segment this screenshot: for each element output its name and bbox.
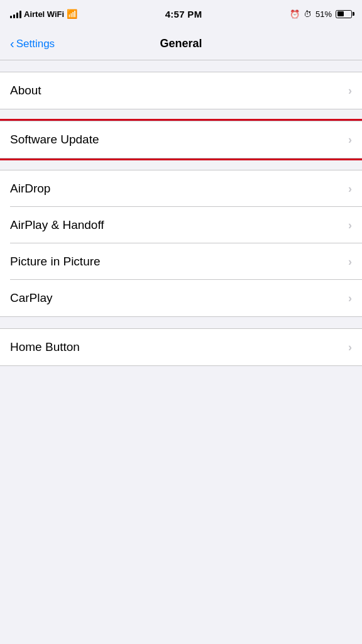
back-chevron-icon: ‹ [10, 37, 14, 50]
status-time: 4:57 PM [165, 9, 202, 19]
list-item-carplay[interactable]: CarPlay › [0, 280, 362, 316]
carrier-label: Airtel WiFi [24, 9, 64, 19]
list-item-airdrop[interactable]: AirDrop › [0, 170, 362, 207]
home-button-chevron-icon: › [348, 341, 352, 353]
back-button[interactable]: ‹ Settings [5, 33, 60, 55]
section-about: About › [0, 72, 362, 109]
list-item-home-button[interactable]: Home Button › [0, 329, 362, 365]
clock-icon: ⏱ [304, 9, 312, 19]
airplay-handoff-label: AirPlay & Handoff [10, 218, 104, 232]
battery-percent: 51% [315, 9, 332, 19]
section-software-update: Software Update › [0, 121, 362, 158]
nav-bar: ‹ Settings General [0, 28, 362, 60]
section-home-button: Home Button › [0, 328, 362, 366]
status-bar: Airtel WiFi 📶 4:57 PM ⏰ ⏱ 51% [0, 0, 362, 28]
airplay-handoff-chevron-icon: › [348, 219, 352, 231]
status-left: Airtel WiFi 📶 [10, 9, 77, 19]
carplay-chevron-icon: › [348, 292, 352, 304]
list-item-software-update[interactable]: Software Update › [0, 121, 362, 158]
back-label: Settings [16, 38, 55, 50]
alarm-icon: ⏰ [290, 9, 300, 19]
about-label: About [10, 84, 41, 97]
airdrop-chevron-icon: › [348, 183, 352, 194]
carplay-label: CarPlay [10, 291, 53, 305]
picture-in-picture-chevron-icon: › [348, 256, 352, 267]
wifi-icon: 📶 [67, 9, 77, 19]
software-update-label: Software Update [10, 133, 99, 147]
status-right: ⏰ ⏱ 51% [290, 9, 352, 19]
list-item-about[interactable]: About › [0, 72, 362, 109]
airdrop-label: AirDrop [10, 182, 50, 196]
picture-in-picture-label: Picture in Picture [10, 255, 101, 269]
home-button-label: Home Button [10, 340, 80, 354]
software-update-chevron-icon: › [348, 134, 352, 145]
battery-icon [336, 10, 352, 18]
page-title: General [160, 37, 202, 50]
signal-icon [10, 9, 21, 18]
list-item-picture-in-picture[interactable]: Picture in Picture › [0, 243, 362, 280]
section-connectivity: AirDrop › AirPlay & Handoff › Picture in… [0, 170, 362, 317]
list-item-airplay-handoff[interactable]: AirPlay & Handoff › [0, 207, 362, 243]
about-chevron-icon: › [348, 85, 352, 96]
